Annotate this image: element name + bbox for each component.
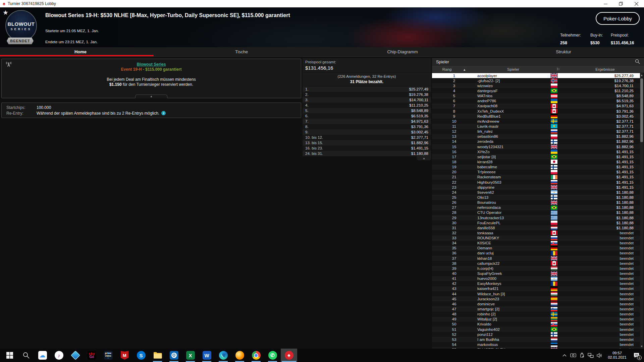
player-row[interactable]: 44 Wildace_hun [3] beendet xyxy=(432,291,640,296)
player-row[interactable]: 13 sebastion86 $1.882,96 xyxy=(432,134,640,139)
player-row[interactable]: 9 RedBullBlue1 $3.002,45 xyxy=(432,114,640,119)
player-row[interactable]: 12 lirk_rulez $2.377,71 xyxy=(432,129,640,134)
network-icon[interactable] xyxy=(586,349,595,362)
player-row[interactable]: 27 nefersondaca $1.180,88 xyxy=(432,205,640,210)
minimize-button[interactable] xyxy=(598,0,613,7)
poker-lobby-button[interactable]: Poker-Lobby xyxy=(596,12,640,25)
player-row[interactable]: 37 kkhan18 beendet xyxy=(432,256,640,261)
player-row[interactable]: 45 Jurackson23 beendet xyxy=(432,296,640,301)
notification-center-icon[interactable]: 1 xyxy=(631,349,642,362)
payout-row[interactable]: 8. $3.791,36 xyxy=(303,124,431,129)
player-row[interactable]: 54 markovitsus beendet xyxy=(432,342,640,347)
restore-button[interactable] xyxy=(613,0,629,7)
player-row[interactable]: 7 Xavipach08 $4.971,63 xyxy=(432,104,640,109)
favorite-star-icon[interactable]: ★ xyxy=(3,9,8,16)
payout-row[interactable]: 13. bis 15. $1.882,96 xyxy=(303,140,431,145)
player-row[interactable]: 11 Lavrik-mastr $2.377,71 xyxy=(432,124,640,129)
payout-row[interactable]: 3. $14.700,11 xyxy=(303,97,431,103)
taskbar-mcafee-icon[interactable]: M xyxy=(116,349,133,362)
taskbar-itunes-icon[interactable]: ♪ xyxy=(51,349,67,362)
payout-row[interactable]: 9. $3.002,45 xyxy=(303,129,431,135)
player-row[interactable]: 29 13nutcracker13 $1.180,88 xyxy=(432,215,640,220)
player-row[interactable]: 41 huevo2000 beendet xyxy=(432,276,640,281)
player-row[interactable]: 20 Tr!pleeeee $1.491,15 xyxy=(432,170,640,175)
usb-eject-icon[interactable] xyxy=(578,349,586,362)
volume-icon[interactable] xyxy=(595,349,604,362)
player-row[interactable]: 17 seijistar [3] $1.491,15 xyxy=(432,154,640,159)
hidden-icons-chevron[interactable] xyxy=(560,349,569,362)
player-row[interactable]: 47 smartgojc [2] beendet xyxy=(432,306,640,311)
scrollbar-thumb[interactable] xyxy=(640,78,643,142)
column-flag[interactable]: ⚐ xyxy=(550,67,566,72)
payout-row[interactable]: 10. bis 12. $2.377,71 xyxy=(303,135,431,140)
taskbar-prime-video-icon[interactable]: primevideo⌣ xyxy=(100,349,116,362)
player-row[interactable]: 3 wizowizo $14.700,11 xyxy=(432,83,640,88)
player-row[interactable]: 36 dani ucluj beendet xyxy=(432,251,640,256)
taskbar-search-icon[interactable] xyxy=(18,349,34,362)
player-row[interactable]: 30 FouEnculePL $1.180,88 xyxy=(432,220,640,225)
player-row[interactable]: 42 EasyMonkeys beendet xyxy=(432,281,640,286)
player-row[interactable]: 39 h.corp(H) beendet xyxy=(432,266,640,271)
taskbar-icloud-icon[interactable]: ☁ xyxy=(34,349,51,362)
taskbar-whatsapp-icon[interactable]: ✆ xyxy=(264,349,281,362)
player-row[interactable]: 14 zerodeda $1.882,96 xyxy=(432,139,640,144)
display-cast-icon[interactable] xyxy=(569,349,578,362)
payout-row[interactable]: 7. $4.971,63 xyxy=(303,119,431,124)
column-results[interactable]: Ergebnisse xyxy=(566,67,644,71)
series-link[interactable]: Blowout Series xyxy=(137,62,166,67)
column-rank[interactable]: Rang▲ xyxy=(432,67,476,71)
scroll-up-icon[interactable]: ▲ xyxy=(640,74,643,77)
search-icon[interactable] xyxy=(635,59,640,65)
player-row[interactable]: 8 XxTeh_DudexX $3.791,36 xyxy=(432,109,640,114)
player-row[interactable]: 50 Krivaldo beendet xyxy=(432,322,640,327)
player-row[interactable]: 38 callumjack22 beendet xyxy=(432,261,640,266)
player-row[interactable]: 2 -glufsa22- [2] $19.276,38 xyxy=(432,78,640,83)
players-scrollbar[interactable]: ▲ ▼ xyxy=(640,73,643,349)
collapse-payouts-button[interactable]: ▲ xyxy=(417,156,431,160)
player-row[interactable]: 34 K0SICE beendet xyxy=(432,241,640,246)
payout-row[interactable]: 4. $11.210,25 xyxy=(303,103,431,108)
player-row[interactable]: 46 dominicve beendet xyxy=(432,301,640,306)
player-row[interactable]: 10 mrAndreeew $2.377,71 xyxy=(432,119,640,124)
taskbar-firefox-icon[interactable] xyxy=(231,349,248,362)
payout-row[interactable]: 16. bis 23. $1.491,15 xyxy=(303,145,431,151)
player-row[interactable]: 28 CTU Operator $1.180,88 xyxy=(432,210,640,215)
player-row[interactable]: 22 Highbury0503 $1.491,15 xyxy=(432,180,640,185)
player-row[interactable]: 23 slippynine $1.491,15 xyxy=(432,185,640,190)
taskbar-chrome-icon[interactable] xyxy=(248,349,264,362)
taskbar-outlook-icon[interactable]: O xyxy=(166,349,182,362)
close-button[interactable] xyxy=(629,0,644,7)
collapse-panel-button[interactable]: ▲ xyxy=(135,95,167,98)
taskbar-start-icon[interactable] xyxy=(1,349,18,362)
info-icon[interactable]: i xyxy=(161,111,166,115)
player-row[interactable]: 6 andreP786 $6.519,35 xyxy=(432,99,640,104)
taskbar-file-explorer-icon[interactable] xyxy=(149,349,166,362)
taskbar-word-icon[interactable]: W xyxy=(199,349,215,362)
player-row[interactable]: 32 tonkaaaa beendet xyxy=(432,230,640,235)
player-row[interactable]: 1 acoolplayer $25.277,49 xyxy=(432,73,640,78)
player-row[interactable]: 53 I am Budhha beendet xyxy=(432,337,640,342)
payout-row[interactable]: 2. $19.276,38 xyxy=(303,92,431,97)
taskbar-pokerstars-icon[interactable]: ♠ xyxy=(281,349,297,362)
player-row[interactable]: 51 Vaguinho402 beendet xyxy=(432,327,640,332)
player-row[interactable]: 31 danillo558 $1.180,88 xyxy=(432,225,640,230)
column-player[interactable]: Spieler xyxy=(476,67,550,71)
player-row[interactable]: 40 SupaFlyGreek beendet xyxy=(432,271,640,276)
player-row[interactable]: 48 robinho [2] beendet xyxy=(432,312,640,317)
player-row[interactable]: 16 XiYeZo $1.491,15 xyxy=(432,149,640,154)
scroll-down-icon[interactable]: ▼ xyxy=(640,345,643,348)
player-row[interactable]: 43 kaiserfra421 beendet xyxy=(432,286,640,291)
player-row[interactable]: 33 ROUNDSKY beendet xyxy=(432,236,640,241)
player-row[interactable]: 15 woody1234321 $1.882,96 xyxy=(432,144,640,149)
payout-row[interactable]: 24. bis 31. $1.180,88 xyxy=(303,151,431,156)
payout-row[interactable]: 1. $25.277,49 xyxy=(303,86,431,92)
payout-row[interactable]: 5. $8.548,89 xyxy=(303,108,431,113)
tab-struktur[interactable]: Struktur xyxy=(483,47,644,56)
taskbar-sky-go-icon[interactable]: skyGo xyxy=(84,349,100,362)
player-row[interactable]: 35 Oemann beendet xyxy=(432,246,640,251)
player-row[interactable]: 19 babecallme $1.491,15 xyxy=(432,165,640,170)
player-row[interactable]: 52 ponzi112 beendet xyxy=(432,332,640,337)
player-row[interactable]: 49 Witalijuz [2] beendet xyxy=(432,317,640,322)
tab-tische[interactable]: Tische xyxy=(161,47,322,56)
player-row[interactable]: 21 Rackensteam $1.491,15 xyxy=(432,175,640,180)
